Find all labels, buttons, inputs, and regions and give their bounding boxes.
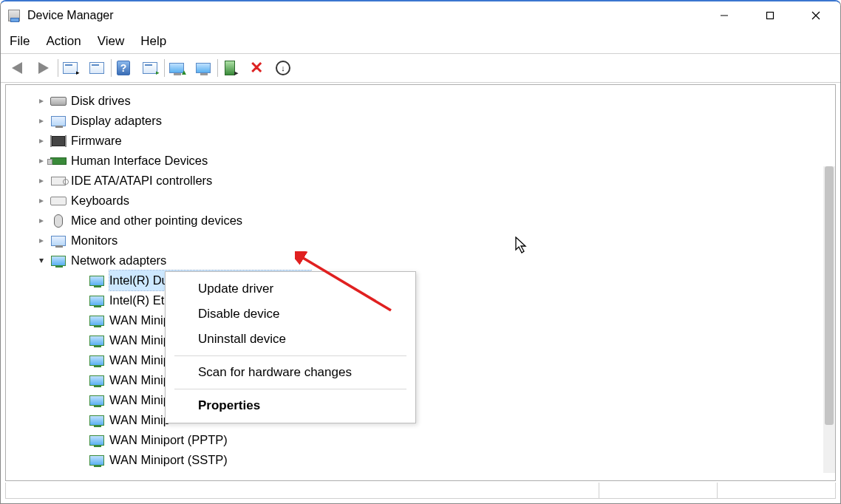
- tree-item-label: Mice and other pointing devices: [71, 211, 242, 231]
- toolbar-enable[interactable]: ▸: [218, 56, 242, 80]
- chevron-right-icon[interactable]: [35, 231, 47, 251]
- toolbar-back[interactable]: [5, 56, 29, 80]
- tree-item[interactable]: WAN Minip: [6, 350, 835, 370]
- window-title: Device Manager: [27, 9, 701, 22]
- tree-item[interactable]: Keyboards: [6, 191, 835, 211]
- tree-item-label: WAN Minip: [109, 390, 170, 410]
- ctx-scan-hardware[interactable]: Scan for hardware changes: [166, 360, 415, 385]
- chevron-right-icon[interactable]: [35, 91, 47, 111]
- tree-item-label: Firmware: [71, 131, 122, 151]
- tree-item-label: WAN Minip: [109, 350, 170, 370]
- tree-item-label: Disk drives: [71, 91, 131, 111]
- device-manager-icon: [8, 10, 20, 21]
- window-controls: [701, 1, 839, 30]
- chevron-right-icon[interactable]: [35, 211, 47, 231]
- chevron-right-icon[interactable]: [35, 111, 47, 131]
- title-bar: Device Manager: [1, 1, 840, 30]
- tree-item[interactable]: WAN Minip: [6, 310, 835, 330]
- chevron-right-icon[interactable]: [35, 171, 47, 191]
- toolbar-help[interactable]: ?: [112, 56, 135, 80]
- status-cell: [6, 483, 599, 498]
- tree-item-label: Human Interface Devices: [71, 151, 208, 171]
- tree-item[interactable]: Disk drives: [6, 91, 835, 111]
- chevron-right-icon[interactable]: [35, 131, 47, 151]
- tree-item-label: WAN Minip: [109, 410, 170, 430]
- toolbar-disable[interactable]: ↓: [271, 56, 295, 80]
- tree-item[interactable]: Intel(R) Eth: [6, 290, 835, 310]
- tree-item-label: Display adapters: [71, 111, 162, 131]
- tree-item-label: WAN Minip: [109, 370, 170, 390]
- chevron-right-icon[interactable]: [35, 151, 47, 171]
- scrollbar-thumb[interactable]: [825, 166, 834, 425]
- context-menu: Update driver Disable device Uninstall d…: [165, 271, 416, 423]
- tree-item[interactable]: Firmware: [6, 131, 835, 151]
- status-cell: [717, 483, 835, 498]
- ctx-properties[interactable]: Properties: [166, 393, 415, 418]
- toolbar-forward[interactable]: [32, 56, 55, 80]
- tree-item[interactable]: WAN Minip: [6, 410, 835, 430]
- tree-item-label: Intel(R) Eth: [109, 290, 171, 310]
- tree-item[interactable]: WAN Minip: [6, 390, 835, 410]
- menu-bar: File Action View Help: [1, 30, 840, 53]
- svg-rect-1: [767, 13, 774, 19]
- menu-help[interactable]: Help: [140, 34, 166, 49]
- tree-item[interactable]: IDE ATA/ATAPI controllers: [6, 171, 835, 191]
- close-button[interactable]: [793, 1, 839, 30]
- toolbar-update-driver[interactable]: ▲: [165, 56, 188, 80]
- tree-item-label: IDE ATA/ATAPI controllers: [71, 171, 212, 191]
- chevron-right-icon[interactable]: [35, 191, 47, 211]
- ctx-uninstall-device[interactable]: Uninstall device: [166, 327, 415, 352]
- maximize-button[interactable]: [747, 1, 793, 30]
- tree-item[interactable]: WAN Miniport (PPTP): [6, 430, 835, 450]
- tree-item[interactable]: Human Interface Devices: [6, 151, 835, 171]
- menu-file[interactable]: File: [10, 34, 30, 49]
- device-tree-pane: Disk drivesDisplay adaptersFirmwareHuman…: [5, 84, 836, 481]
- menu-action[interactable]: Action: [46, 34, 81, 49]
- status-cell: [599, 483, 717, 498]
- tree-item-label: Keyboards: [71, 191, 129, 211]
- chevron-down-icon[interactable]: [35, 251, 47, 270]
- tree-item-label: Network adapters: [71, 251, 166, 270]
- tree-item[interactable]: WAN Minip: [6, 330, 835, 350]
- tree-item[interactable]: Intel(R) Dual Band Wireless-AC 8260: [6, 270, 835, 290]
- tree-item-label: Monitors: [71, 231, 118, 251]
- toolbar-action-pane[interactable]: ▸: [138, 56, 162, 80]
- ctx-separator: [174, 355, 406, 356]
- tree-item[interactable]: Monitors: [6, 231, 835, 251]
- toolbar-properties[interactable]: [85, 56, 109, 80]
- tree-item-label: WAN Minip: [109, 310, 170, 330]
- ctx-separator: [174, 389, 406, 389]
- toolbar-scan-hardware[interactable]: [191, 56, 215, 80]
- tree-item-label: WAN Miniport (SSTP): [109, 450, 228, 470]
- tree-item-label: WAN Minip: [109, 330, 170, 350]
- toolbar-show-hide-tree[interactable]: ▸: [58, 56, 82, 80]
- menu-view[interactable]: View: [98, 34, 125, 49]
- tree-item[interactable]: WAN Minip: [6, 370, 835, 390]
- ctx-update-driver[interactable]: Update driver: [166, 276, 415, 302]
- tree-item-label: WAN Miniport (PPTP): [109, 430, 228, 450]
- tree-item[interactable]: Network adapters: [6, 251, 835, 270]
- toolbar-uninstall[interactable]: ✕: [245, 56, 268, 80]
- ctx-disable-device[interactable]: Disable device: [166, 302, 415, 327]
- status-bar: [5, 483, 836, 499]
- device-tree[interactable]: Disk drivesDisplay adaptersFirmwareHuman…: [6, 85, 835, 476]
- toolbar: ▸ ? ▸ ▲ ▸ ✕ ↓: [1, 53, 840, 83]
- tree-item[interactable]: WAN Miniport (SSTP): [6, 450, 835, 470]
- vertical-scrollbar[interactable]: [823, 166, 835, 473]
- minimize-button[interactable]: [701, 1, 747, 30]
- tree-item[interactable]: Display adapters: [6, 111, 835, 131]
- tree-item[interactable]: Mice and other pointing devices: [6, 211, 835, 231]
